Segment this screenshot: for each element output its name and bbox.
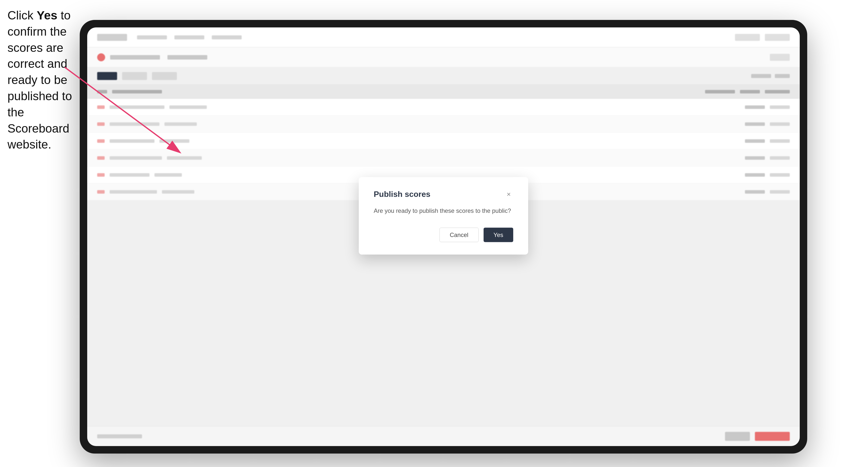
td-name [110,173,150,177]
cancel-button[interactable]: Cancel [439,228,478,242]
td-status [770,105,790,109]
modal-close-button[interactable]: × [504,190,513,198]
table-row [87,132,800,150]
filter-active [97,72,117,80]
td-sub [164,122,197,126]
publish-btn-bg [755,432,790,441]
td-sub [159,139,189,143]
table-row [87,99,800,116]
save-btn-bg [725,432,750,441]
td-score [745,122,765,126]
section-subtitle [167,55,207,60]
th-score [705,90,735,93]
nav-logo [97,34,127,41]
tablet-screen: Publish scores × Are you ready to publis… [87,27,800,446]
td-sub [154,173,182,177]
publish-dialog: Publish scores × Are you ready to publis… [359,177,528,255]
td-score [745,190,765,194]
td-rank [97,173,105,177]
table-row [87,150,800,166]
modal-header: Publish scores × [374,190,513,199]
td-rank [97,190,105,194]
td-status [770,190,790,194]
td-rank [97,105,105,109]
th-name [112,90,162,93]
filter-right [751,74,790,78]
td-score [745,105,765,109]
modal-footer: Cancel Yes [374,228,513,242]
td-name [110,105,164,109]
nav-bar [87,27,800,48]
tablet-device: Publish scores × Are you ready to publis… [80,20,807,454]
nav-link-3 [212,35,242,39]
td-rank [97,139,105,143]
td-name [110,122,159,126]
td-score [745,139,765,143]
nav-links [137,35,242,39]
filter-option-1 [122,72,147,80]
td-sub [162,190,194,194]
nav-link-2 [175,35,204,39]
yes-button[interactable]: Yes [484,228,513,242]
td-sub [169,105,207,109]
nav-right [735,34,790,41]
section-title [110,55,160,60]
filter-bar [87,67,800,85]
table-header [87,85,800,99]
th-status [740,90,760,93]
section-bar [87,48,800,67]
th-rank [97,90,107,93]
td-rank [97,122,105,126]
td-score [745,173,765,177]
section-icon [97,53,105,61]
td-name [110,190,157,194]
filter-label-2 [775,74,790,78]
modal-title: Publish scores [374,190,431,199]
filter-option-2 [152,72,177,80]
bottom-text [97,434,142,438]
td-status [770,122,790,126]
td-status [770,156,790,160]
bottom-right [725,432,790,441]
filter-label-1 [751,74,771,78]
td-status [770,173,790,177]
td-status [770,139,790,143]
section-right-btn [770,54,790,61]
table-row [87,116,800,132]
td-name [110,139,154,143]
bottom-bar [87,426,800,446]
nav-link-1 [137,35,167,39]
nav-btn-2 [765,34,790,41]
th-details [765,90,790,93]
modal-body: Are you ready to publish these scores to… [374,206,513,215]
td-name [110,156,162,160]
td-rank [97,156,105,160]
td-score [745,156,765,160]
instruction-text: Click Yes to confirm the scores are corr… [7,7,80,153]
td-sub [167,156,202,160]
nav-btn-1 [735,34,760,41]
